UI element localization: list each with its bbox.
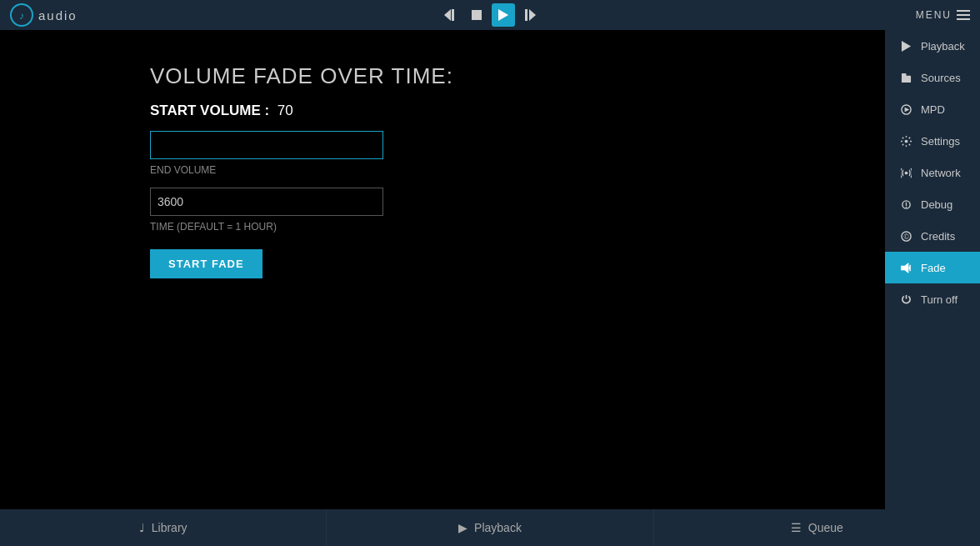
- sidebar-item-turnoff[interactable]: Turn off: [885, 283, 980, 315]
- start-volume-line: START VOLUME : 70: [150, 103, 980, 119]
- svg-marker-6: [529, 9, 536, 21]
- svg-rect-7: [525, 9, 528, 21]
- svg-point-13: [904, 139, 908, 143]
- logo-icon: ♪: [10, 3, 33, 27]
- sidebar-label-network: Network: [921, 167, 961, 179]
- start-volume-label: START VOLUME :: [150, 103, 269, 118]
- time-label: TIME (DEFAULT = 1 HOUR): [150, 221, 980, 233]
- bottom-tab-playback[interactable]: ▶ Playback: [327, 509, 653, 546]
- page-title: VOLUME FADE OVER TIME:: [150, 63, 980, 89]
- svg-marker-12: [904, 107, 909, 112]
- sidebar-item-playback[interactable]: Playback: [885, 30, 980, 62]
- bottom-tab-label-library: Library: [152, 521, 188, 534]
- sidebar-label-turnoff: Turn off: [921, 293, 958, 306]
- svg-marker-8: [901, 41, 910, 52]
- sidebar-item-sources[interactable]: Sources: [885, 62, 980, 93]
- svg-marker-20: [901, 263, 908, 273]
- svg-marker-5: [498, 9, 508, 21]
- bottom-tab-queue[interactable]: ☰ Queue: [654, 509, 980, 546]
- topbar: ♪ audio MENU: [0, 0, 980, 30]
- menu-label: MENU: [916, 9, 952, 21]
- start-fade-button[interactable]: START FADE: [150, 249, 262, 278]
- hamburger-icon: [957, 10, 970, 20]
- svg-marker-2: [444, 9, 451, 21]
- svg-rect-9: [901, 75, 910, 82]
- sidebar-label-fade: Fade: [921, 262, 946, 274]
- settings-icon: [899, 134, 912, 148]
- playback-bottom-icon: ▶: [458, 521, 468, 534]
- sidebar-item-debug[interactable]: Debug: [885, 188, 980, 220]
- time-input[interactable]: [150, 188, 383, 216]
- bottom-tab-label-queue: Queue: [808, 521, 843, 534]
- sidebar-label-mpd: MPD: [921, 103, 945, 116]
- sidebar-item-credits[interactable]: © Credits: [885, 220, 980, 252]
- sidebar-item-network[interactable]: Network: [885, 157, 980, 188]
- playback-icon: [899, 39, 912, 53]
- sidebar-label-sources: Sources: [921, 72, 961, 84]
- sidebar-item-mpd[interactable]: MPD: [885, 93, 980, 125]
- play-button[interactable]: [492, 3, 515, 27]
- transport-controls: [438, 3, 542, 27]
- next-button[interactable]: [518, 3, 542, 27]
- menu-button[interactable]: MENU: [916, 9, 970, 21]
- svg-rect-16: [905, 202, 906, 205]
- logo-area: ♪ audio: [10, 3, 78, 27]
- sidebar-label-debug: Debug: [921, 198, 952, 211]
- svg-rect-3: [452, 9, 454, 21]
- sidebar-label-settings: Settings: [921, 135, 960, 148]
- network-icon: [899, 166, 912, 179]
- bottom-tab-library[interactable]: ♩ Library: [0, 509, 327, 546]
- fade-icon: [899, 261, 912, 274]
- debug-icon: [899, 198, 912, 211]
- page-area: VOLUME FADE OVER TIME: START VOLUME : 70…: [0, 30, 980, 509]
- library-bottom-icon: ♩: [139, 521, 145, 534]
- start-volume-value: 70: [278, 103, 293, 118]
- logo-text: audio: [38, 8, 78, 23]
- svg-rect-4: [472, 10, 482, 20]
- end-volume-input[interactable]: [150, 131, 383, 159]
- sidebar-label-credits: Credits: [921, 230, 955, 243]
- sidebar-label-playback: Playback: [921, 40, 965, 53]
- sidebar-item-settings[interactable]: Settings: [885, 125, 980, 157]
- mpd-icon: [899, 103, 912, 116]
- queue-bottom-icon: ☰: [791, 521, 802, 534]
- credits-icon: ©: [899, 229, 912, 243]
- prev-button[interactable]: [438, 3, 462, 27]
- svg-text:♪: ♪: [19, 10, 24, 22]
- svg-rect-17: [905, 206, 906, 207]
- bottombar: ♩ Library ▶ Playback ☰ Queue: [0, 509, 980, 546]
- sources-icon: [899, 71, 912, 84]
- stop-button[interactable]: [465, 3, 488, 27]
- bottom-tab-label-playback: Playback: [474, 521, 522, 534]
- svg-text:©: ©: [903, 233, 909, 241]
- svg-rect-10: [901, 73, 906, 76]
- turnoff-icon: [899, 293, 912, 306]
- svg-point-14: [904, 171, 908, 174]
- sidebar: Playback Sources MPD Settings Network De…: [885, 30, 980, 509]
- main-content: VOLUME FADE OVER TIME: START VOLUME : 70…: [0, 30, 980, 509]
- end-volume-label: END VOLUME: [150, 164, 980, 176]
- sidebar-item-fade[interactable]: Fade: [885, 252, 980, 283]
